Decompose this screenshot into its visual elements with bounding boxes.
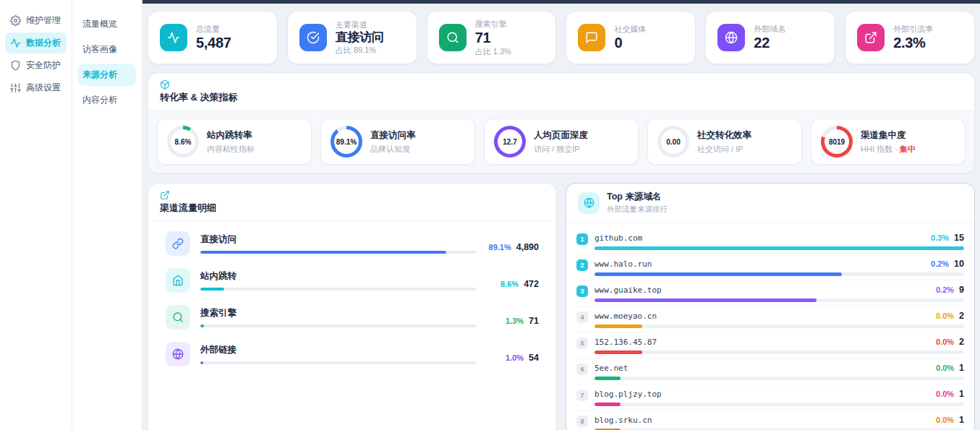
sidebar-item-security[interactable]: 安全防护 xyxy=(5,55,67,76)
channel-count: 54 xyxy=(529,353,539,363)
subnav-item-visitor-profile[interactable]: 访客画像 xyxy=(78,38,136,61)
channel-count: 71 xyxy=(529,316,539,326)
channel-label: 搜索引擎 xyxy=(200,307,477,319)
gauge-ring: 8.6% xyxy=(167,126,199,158)
domain-name: 5ee.net xyxy=(595,364,936,373)
rank-badge: 1 xyxy=(576,233,588,245)
stat-label: 社交媒体 xyxy=(614,24,646,35)
domain-pct: 0.0% xyxy=(936,337,954,346)
panel-title: 渠道流量明细 xyxy=(160,202,545,215)
domain-bar xyxy=(595,403,964,406)
gauge-card-direct-rate: 89.1% 直接访问率 品牌认知度 xyxy=(320,119,475,165)
stat-cards-row: 总流量 5,487 主要渠道 直接访问 占比 89.1% 搜索引擎 71 占比 … xyxy=(148,11,975,64)
channel-bar xyxy=(200,324,477,327)
gauge-title: 直接访问率 xyxy=(370,129,416,142)
conversion-panel: 转化率 & 决策指标 8.6% 站内跳转率 内容粘性指标 89.1% 直接访问率… xyxy=(148,72,975,173)
channel-panel-header: 渠道流量明细 xyxy=(148,184,556,221)
gauge-ring: 89.1% xyxy=(331,126,362,158)
gauge-title: 社交转化效率 xyxy=(697,129,751,142)
gauge-ring: 12.7 xyxy=(494,126,526,158)
panel-title: 转化率 & 决策指标 xyxy=(160,91,963,104)
concentration-flag: 集中 xyxy=(900,145,916,153)
stat-value: 71 xyxy=(475,30,511,46)
domain-bar xyxy=(595,246,964,250)
stat-value: 0 xyxy=(614,35,646,51)
channel-row-search: 搜索引擎 1.3%71 xyxy=(166,305,539,330)
subnav-item-traffic-overview[interactable]: 流量概览 xyxy=(78,13,136,35)
sidebar-item-label: 安全防护 xyxy=(26,59,61,72)
channel-label: 站内跳转 xyxy=(200,270,477,283)
stat-label: 主要渠道 xyxy=(336,20,384,30)
panel-subtitle: 外部流量来源排行 xyxy=(607,205,668,215)
external-link-icon xyxy=(160,190,170,200)
subnav-item-source-analysis[interactable]: 来源分析 xyxy=(78,64,136,86)
panel-title: Top 来源域名 xyxy=(607,191,668,203)
domain-pct: 0.2% xyxy=(936,285,954,294)
sidebar-item-label: 高级设置 xyxy=(26,82,61,94)
gear-icon xyxy=(10,15,21,26)
domain-name: blog.pljzy.top xyxy=(595,390,936,399)
domain-count: 15 xyxy=(954,233,964,243)
domain-pct: 0.0% xyxy=(936,364,954,372)
stat-card-total-traffic: 总流量 5,487 xyxy=(148,11,278,64)
domain-row: 3www.guaike.top0.2%9 xyxy=(576,280,964,306)
secondary-sidebar: 流量概览 访客画像 来源分析 内容分析 xyxy=(72,0,142,430)
domain-name: blog.srku.cn xyxy=(595,416,936,425)
domain-count: 2 xyxy=(959,311,964,321)
domain-pct: 0.2% xyxy=(931,259,949,268)
gauge-title: 站内跳转率 xyxy=(207,129,255,142)
gauge-card-channel-concentration: 8019 渠道集中度 HHI 指数 · 集中 xyxy=(811,119,966,165)
channel-detail-panel: 渠道流量明细 直接访问 89.1%4,890 站内跳转 8.6%472 xyxy=(148,183,557,430)
shield-icon xyxy=(10,60,21,71)
domain-name: www.moeyao.cn xyxy=(595,311,936,321)
channel-pct: 89.1% xyxy=(489,243,511,251)
stat-card-social-media: 社交媒体 0 xyxy=(566,11,696,64)
sliders-icon xyxy=(10,82,21,93)
stat-card-external-rate: 外部引流率 2.3% xyxy=(845,11,975,64)
conversion-panel-header: 转化率 & 决策指标 xyxy=(148,73,974,111)
check-circle-icon xyxy=(299,24,327,51)
channel-row-external: 外部链接 1.0%54 xyxy=(166,342,539,366)
gauge-subtitle: 内容粘性指标 xyxy=(207,144,255,155)
sidebar-item-advanced[interactable]: 高级设置 xyxy=(5,77,67,98)
domain-count: 1 xyxy=(959,363,964,373)
domain-row: 5152.136.45.870.0%2 xyxy=(576,332,964,358)
main-content: 总流量 5,487 主要渠道 直接访问 占比 89.1% 搜索引擎 71 占比 … xyxy=(142,0,980,430)
rank-badge: 7 xyxy=(576,390,588,401)
channel-bar xyxy=(200,288,477,291)
subnav-item-content-analysis[interactable]: 内容分析 xyxy=(78,89,136,111)
rank-badge: 6 xyxy=(576,364,588,375)
channel-label: 直接访问 xyxy=(200,233,477,246)
domain-count: 1 xyxy=(959,389,964,399)
sidebar-item-label: 数据分析 xyxy=(26,37,61,49)
rank-badge: 3 xyxy=(576,285,588,297)
domain-name: github.com xyxy=(595,233,931,243)
gauge-subtitle: 社交访问 / IP xyxy=(697,144,751,155)
activity-icon xyxy=(10,38,21,48)
channel-bar xyxy=(200,361,477,364)
stat-card-external-domains: 外部域名 22 xyxy=(705,11,835,64)
sidebar-item-maintenance[interactable]: 维护管理 xyxy=(5,10,67,31)
domain-count: 1 xyxy=(959,415,964,425)
globe-icon xyxy=(166,342,190,366)
stat-value: 5,487 xyxy=(196,35,231,51)
box-icon xyxy=(160,79,170,90)
gauge-title: 渠道集中度 xyxy=(861,129,916,142)
gauge-subtitle: 访问 / 独立IP xyxy=(534,144,588,155)
domain-bar xyxy=(595,351,964,354)
search-icon xyxy=(166,305,190,330)
rank-badge: 2 xyxy=(576,259,588,271)
domain-bar xyxy=(595,272,964,276)
domain-name: www.guaike.top xyxy=(595,285,936,295)
stat-card-main-channel: 主要渠道 直接访问 占比 89.1% xyxy=(287,11,417,64)
gauge-ring: 8019 xyxy=(821,126,853,158)
sidebar-item-data-analysis[interactable]: 数据分析 xyxy=(5,33,67,53)
gauge-subtitle: HHI 指数 · 集中 xyxy=(861,144,916,155)
gauge-card-social-efficiency: 0.00 社交转化效率 社交访问 / IP xyxy=(647,119,802,165)
channel-pct: 1.0% xyxy=(506,353,524,362)
search-icon xyxy=(439,24,466,51)
stat-value: 直接访问 xyxy=(336,30,384,45)
domain-bar xyxy=(595,377,964,380)
top-domains-list: 1github.com0.3%152www.halo.run0.2%103www… xyxy=(566,223,974,430)
sidebar-item-label: 维护管理 xyxy=(26,14,61,27)
